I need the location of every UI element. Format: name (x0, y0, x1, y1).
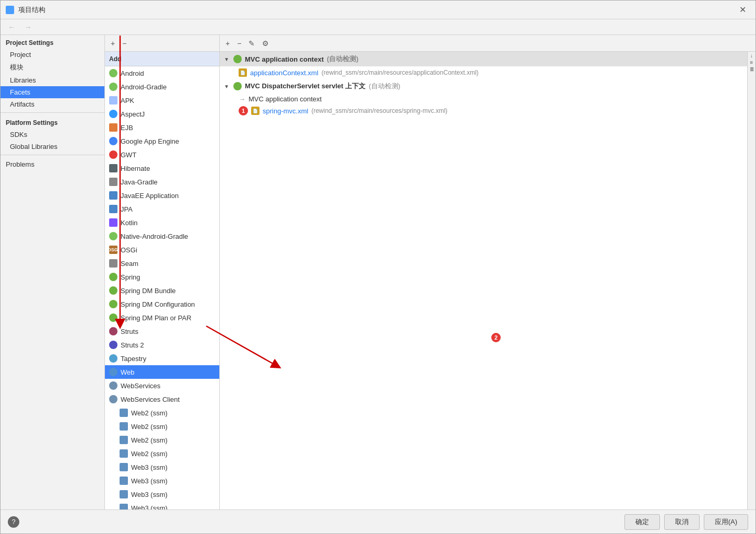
right-content: ▼ MVC application context (自动检测) 📄 appli… (220, 52, 755, 509)
native-icon (109, 232, 117, 240)
web2-1-icon (120, 409, 128, 417)
sidebar-item-facets[interactable]: Facets (1, 86, 104, 98)
sidebar-item-global-libraries[interactable]: Global Libraries (1, 141, 104, 153)
facet-kotlin[interactable]: Kotlin (105, 216, 219, 229)
facet-spring-dm-config[interactable]: Spring DM Configuration (105, 297, 219, 311)
web3-4-icon (120, 504, 128, 509)
cancel-button[interactable]: 取消 (664, 514, 700, 530)
mvc-context-label: MVC application context (245, 55, 324, 63)
app-context-file-icon: 📄 (239, 68, 247, 77)
android-icon (109, 69, 117, 77)
mvc-dispatcher-auto: (自动检测) (369, 82, 400, 91)
facet-osgi[interactable]: OSGi OSGi (105, 243, 219, 257)
facet-spring-dm-bundle[interactable]: Spring DM Bundle (105, 284, 219, 297)
facet-webservices-client[interactable]: WebServices Client (105, 392, 219, 406)
sidebar-divider (1, 112, 104, 113)
back-button[interactable]: ← (5, 21, 19, 32)
right-scroll-sidebar: ↓ ≡ ≣ (747, 52, 755, 509)
facet-apk[interactable]: APK (105, 94, 219, 107)
sidebar-item-libraries[interactable]: Libraries (1, 74, 104, 86)
apk-icon (109, 96, 117, 105)
apply-button[interactable]: 应用(A) (704, 514, 748, 530)
webservices-client-icon (109, 395, 117, 403)
facet-gae[interactable]: Google App Engine (105, 134, 219, 148)
facet-seam[interactable]: Seam (105, 257, 219, 270)
osgi-icon: OSGi (109, 246, 117, 254)
facet-tapestry[interactable]: Tapestry (105, 352, 219, 365)
facet-android-gradle[interactable]: Android-Gradle (105, 80, 219, 94)
app-icon (6, 6, 14, 14)
remove-facet-button[interactable]: − (120, 38, 129, 49)
hibernate-icon (109, 164, 117, 172)
ejb-icon (109, 123, 117, 132)
main-window: 项目结构 ✕ ← → Project Settings Project 模块 L… (0, 0, 756, 534)
right-remove-button[interactable]: − (234, 38, 244, 49)
right-edit-button[interactable]: ✎ (246, 38, 257, 49)
facet-java-gradle[interactable]: Java-Gradle (105, 175, 219, 189)
mvc-dispatcher-triangle: ▼ (224, 84, 230, 89)
sidebar-item-project[interactable]: Project (1, 49, 104, 61)
facet-android[interactable]: Android (105, 66, 219, 80)
facet-web2-2[interactable]: Web2 (ssm) (105, 420, 219, 433)
spring-mvc-filename: spring-mvc.xml (263, 107, 308, 115)
mvc-context-icon (233, 55, 242, 63)
facet-web3-4[interactable]: Web3 (ssm) (105, 501, 219, 509)
gae-icon (109, 137, 117, 145)
facet-web3-3[interactable]: Web3 (ssm) (105, 487, 219, 501)
right-add-button[interactable]: + (223, 38, 232, 49)
facet-spring[interactable]: Spring (105, 270, 219, 284)
facet-web[interactable]: Web (105, 365, 219, 379)
facet-native[interactable]: Native-Android-Gradle (105, 229, 219, 243)
bottom-left: ? (8, 516, 19, 528)
seam-icon (109, 259, 117, 268)
facet-javaee[interactable]: JavaEE Application (105, 189, 219, 202)
forward-button[interactable]: → (21, 21, 35, 32)
project-settings-header: Project Settings (1, 35, 104, 49)
dropdown-header: Add (105, 52, 219, 66)
help-button[interactable]: ? (8, 516, 19, 528)
web2-3-icon (120, 436, 128, 444)
add-facet-button[interactable]: + (108, 38, 117, 49)
mvc-dispatcher-sub-row: → MVC application context (220, 94, 755, 105)
spring-mvc-icon: 📄 (251, 107, 259, 115)
facet-web3-1[interactable]: Web3 (ssm) (105, 460, 219, 474)
facet-jpa[interactable]: JPA (105, 202, 219, 216)
facet-web2-4[interactable]: Web2 (ssm) (105, 447, 219, 460)
sidebar-item-problems[interactable]: Problems (1, 157, 104, 170)
jpa-icon (109, 205, 117, 213)
nav-bar: ← → (1, 19, 755, 35)
web2-4-icon (120, 449, 128, 458)
aspectj-icon (109, 110, 117, 118)
web3-2-icon (120, 477, 128, 485)
scroll-down-icon[interactable]: ↓ (750, 53, 753, 59)
facet-web3-2[interactable]: Web3 (ssm) (105, 474, 219, 487)
facet-ejb[interactable]: EJB (105, 121, 219, 134)
filter2-icon[interactable]: ≣ (750, 66, 754, 72)
bottom-bar: ? 确定 取消 应用(A) (1, 509, 755, 533)
sidebar-item-sdks[interactable]: SDKs (1, 129, 104, 141)
facet-gwt[interactable]: GWT (105, 148, 219, 161)
web3-3-icon (120, 490, 128, 498)
facet-aspectj[interactable]: AspectJ (105, 107, 219, 121)
facet-web2-1[interactable]: Web2 (ssm) (105, 406, 219, 420)
mvc-dispatcher-icon (233, 82, 242, 90)
title-bar-left: 项目结构 (6, 5, 45, 15)
mvc-dispatcher-label: MVC DispatcherServlet servlet 上下文 (245, 82, 365, 91)
right-settings-button[interactable]: ⚙ (259, 38, 271, 49)
facet-struts[interactable]: Struts (105, 324, 219, 338)
facet-webservices[interactable]: WebServices (105, 379, 219, 392)
facet-web2-3[interactable]: Web2 (ssm) (105, 433, 219, 447)
facet-hibernate[interactable]: Hibernate (105, 161, 219, 175)
mvc-context-row: ▼ MVC application context (自动检测) (220, 52, 755, 66)
ok-button[interactable]: 确定 (624, 514, 660, 530)
right-panel-wrap: + − ✎ ⚙ ▼ MVC application context (自动检测) (220, 35, 755, 509)
mvc-context-triangle: ▼ (224, 56, 230, 62)
sidebar-item-modules[interactable]: 模块 (1, 61, 104, 74)
badge-1: 1 (239, 106, 248, 115)
filter-icon[interactable]: ≡ (750, 60, 753, 65)
sidebar-item-artifacts[interactable]: Artifacts (1, 98, 104, 110)
facet-struts2[interactable]: Struts 2 (105, 338, 219, 352)
android-gradle-icon (109, 83, 117, 91)
close-button[interactable]: ✕ (735, 3, 750, 17)
facet-spring-dm-plan[interactable]: Spring DM Plan or PAR (105, 311, 219, 324)
